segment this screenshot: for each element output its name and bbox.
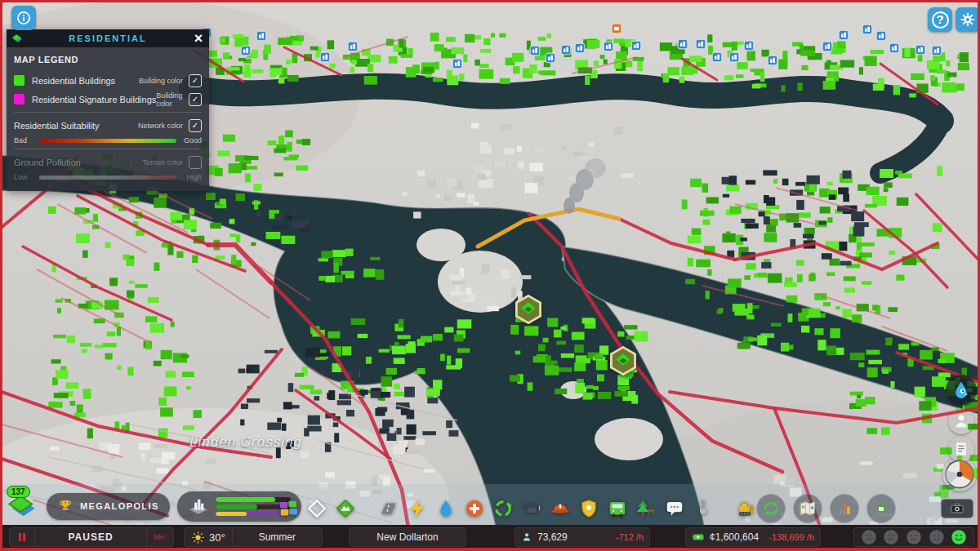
landscaping-button[interactable] [691, 495, 715, 522]
transportation-button[interactable] [605, 495, 630, 522]
building-marker-icon[interactable] [348, 42, 358, 51]
building-marker-icon[interactable] [604, 42, 613, 51]
happiness-widget[interactable] [853, 527, 974, 547]
pause-icon [15, 530, 29, 544]
suitability-gradient [39, 139, 176, 143]
building-marker-icon[interactable] [575, 43, 585, 53]
pause-button[interactable] [10, 528, 34, 546]
checkbox-pollution[interactable] [189, 156, 202, 169]
money-widget[interactable]: ¢1,600,604 -138,699 /h [685, 527, 821, 547]
season-label[interactable]: Summer [233, 531, 322, 543]
legend-panel-header: RESIDENTIAL [7, 29, 209, 47]
vegetation-button[interactable] [333, 495, 358, 522]
building-marker-icon[interactable] [561, 45, 571, 55]
population-value: 73,629 [537, 531, 568, 543]
economy-icon [761, 499, 781, 518]
zones-icon [278, 498, 299, 519]
chirper-icon [951, 380, 972, 401]
signature-building-badge-icon[interactable] [608, 345, 639, 376]
checkbox-signature[interactable] [189, 93, 202, 106]
chirper-button[interactable] [946, 375, 977, 406]
photo-mode-button[interactable] [941, 499, 973, 518]
settings-button[interactable] [956, 7, 980, 32]
alert-marker-icon[interactable] [612, 24, 621, 33]
level-badge: 137 [7, 486, 30, 498]
map-legend-heading: MAP LEGEND [14, 55, 202, 64]
temperature-value: 30° [209, 531, 225, 544]
building-marker-icon[interactable] [729, 52, 739, 62]
healthcare-button[interactable] [462, 495, 487, 522]
help-button[interactable] [928, 7, 952, 32]
building-marker-icon[interactable] [256, 31, 266, 41]
bulldozer-button[interactable] [734, 495, 759, 522]
building-marker-icon[interactable] [546, 53, 555, 63]
pollution-scale: Low High [14, 172, 202, 182]
gear-icon [960, 11, 976, 28]
building-marker-icon[interactable] [241, 46, 251, 56]
money-value: ¢1,600,604 [710, 531, 759, 543]
happiness-face-happy-icon [951, 529, 967, 545]
fire-rescue-button[interactable] [548, 495, 572, 522]
progression-home-button[interactable] [866, 494, 896, 523]
building-marker-icon[interactable] [822, 42, 832, 51]
building-marker-icon[interactable] [889, 43, 899, 53]
camera-icon [948, 501, 966, 516]
sim-speed-group: PAUSED [9, 527, 174, 547]
economy-button[interactable] [756, 494, 786, 523]
zoning-button[interactable] [276, 495, 301, 522]
building-marker-icon[interactable] [631, 41, 641, 51]
terrain-icon [335, 498, 356, 519]
building-marker-icon[interactable] [678, 39, 688, 49]
building-marker-icon[interactable] [696, 39, 706, 49]
building-marker-icon[interactable] [530, 46, 540, 56]
building-marker-icon[interactable] [915, 45, 925, 55]
parks-recreation-button[interactable] [634, 495, 658, 522]
population-widget[interactable]: 73,629 -712 /h [514, 527, 650, 547]
district-label: Linden Crossing [189, 434, 302, 451]
divider [14, 112, 202, 113]
tertiary-progress-bar [216, 512, 247, 516]
parks-icon [635, 498, 657, 519]
bus-icon [607, 498, 628, 519]
building-marker-icon[interactable] [862, 24, 872, 34]
city-name-button[interactable]: New Dollarton [349, 527, 466, 547]
garbage-button[interactable] [491, 495, 515, 522]
close-icon[interactable] [189, 29, 207, 47]
electricity-button[interactable] [405, 495, 430, 522]
building-marker-icon[interactable] [712, 52, 722, 62]
fast-forward-icon [153, 530, 167, 544]
secondary-progress-bar [216, 504, 258, 509]
building-marker-icon[interactable] [452, 59, 462, 69]
xp-level-widget[interactable]: 137 [5, 489, 39, 523]
roads-button[interactable] [376, 495, 401, 522]
building-marker-icon[interactable] [839, 30, 849, 40]
districts-areas-button[interactable] [305, 495, 329, 522]
map-icon [798, 499, 817, 518]
progression-cluster: 137 MEGALOPOLIS [5, 489, 301, 523]
legend-row-pollution: Ground Pollution Terrain color [14, 153, 202, 171]
info-views-button[interactable] [11, 6, 36, 30]
signature-building-badge-icon[interactable] [513, 294, 544, 325]
city-information-button[interactable] [793, 494, 822, 523]
compass-dial[interactable] [942, 457, 977, 491]
building-marker-icon[interactable] [744, 41, 754, 51]
building-marker-icon[interactable] [768, 56, 777, 65]
water-sewage-button[interactable] [434, 495, 458, 522]
followed-citizen-button[interactable] [948, 408, 974, 434]
police-button[interactable] [577, 495, 601, 522]
statistics-button[interactable] [830, 494, 859, 523]
education-button[interactable] [519, 495, 544, 522]
checkbox-residential[interactable] [189, 74, 202, 87]
speed-button[interactable] [147, 528, 173, 546]
infoview-legend-panel: RESIDENTIAL MAP LEGEND Residential Build… [7, 29, 209, 191]
building-marker-icon[interactable] [320, 52, 330, 62]
person-icon [951, 411, 971, 431]
building-marker-icon[interactable] [932, 46, 942, 56]
communications-button[interactable] [662, 495, 687, 522]
status-bar: PAUSED 30° Summer New Dollarton 73,629 -… [2, 525, 978, 548]
checkbox-suitability[interactable] [189, 119, 202, 132]
trophy-icon [57, 498, 74, 514]
population-icon [521, 531, 532, 543]
milestone-name-widget[interactable]: MEGALOPOLIS [47, 493, 170, 520]
building-marker-icon[interactable] [876, 31, 886, 41]
